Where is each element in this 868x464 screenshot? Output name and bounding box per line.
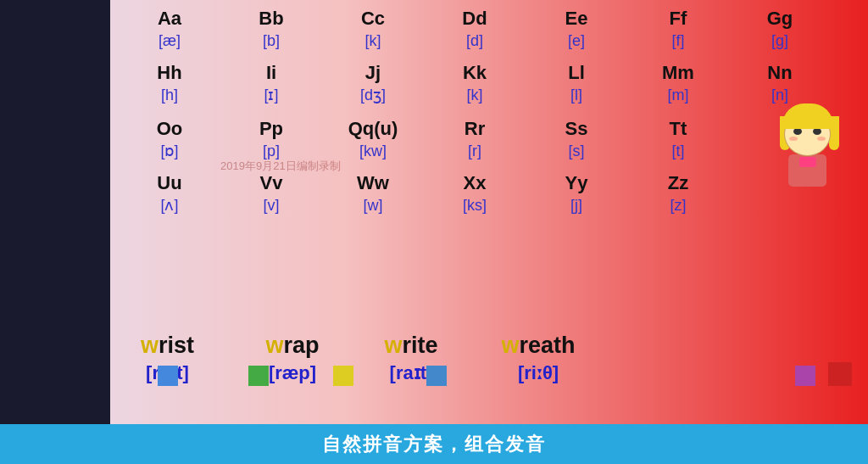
- letter-empty-2: [729, 171, 831, 196]
- word-wreath: wreath: [487, 333, 589, 359]
- word-wrap: wrap: [250, 333, 335, 359]
- letter-Cc: Cc: [322, 7, 424, 31]
- anime-hair: [782, 103, 833, 129]
- letter-Ss: Ss: [526, 117, 627, 142]
- alpha-row-4: 2019年9月21日编制录制 Uu Vv Ww Xx Yy Zz: [119, 171, 860, 219]
- word-write-w: w: [384, 333, 402, 358]
- words-section: wrist wrap write: [119, 333, 856, 386]
- letter-Aa: Aa: [119, 7, 220, 31]
- phonetic-wreath-text: [riːθ]: [518, 362, 559, 383]
- phonetic-o: [ɒ]: [119, 142, 220, 161]
- phonetic-h: [h]: [119, 86, 220, 105]
- phonetic-wrist: [rɪst]: [119, 362, 216, 384]
- word-write-rest: rite: [402, 333, 437, 358]
- phonetic-k2: [k]: [424, 86, 526, 105]
- word-wrist: wrist: [119, 333, 216, 359]
- letter-Pp: Pp: [220, 117, 322, 142]
- phonetic-wrap-text: [ræp]: [269, 362, 316, 383]
- phonetic-write-text: [raɪt]: [390, 362, 433, 383]
- anime-blush-right: [817, 137, 826, 141]
- phonetic-j: [j]: [526, 196, 627, 215]
- phonetic-u: [ʌ]: [119, 196, 220, 215]
- anime-body: [788, 154, 826, 187]
- word-wrap-rest: rap: [283, 333, 319, 358]
- letter-Uu: Uu: [119, 171, 220, 196]
- content-area: Aa Bb Cc Dd Ee Ff Gg [æ] [b] [k] [d] [e]…: [110, 0, 868, 433]
- letter-Ll: Ll: [526, 61, 627, 86]
- phonetic-w: [w]: [322, 196, 424, 215]
- letter-Xx: Xx: [424, 171, 526, 196]
- phonetic-v: [v]: [220, 196, 322, 215]
- word-wreath-text: wreath: [501, 333, 575, 358]
- phonetic-g: [g]: [729, 31, 831, 51]
- anime-eye-left: [793, 128, 802, 135]
- word-wrap-text: wrap: [265, 333, 319, 358]
- alpha-row-3: Oo Pp Qq(u) Rr Ss Tt [ɒ] [p] [kw] [r] [s…: [119, 117, 860, 165]
- anime-character: [776, 103, 843, 193]
- phonetic-e: [e]: [526, 31, 627, 51]
- letter-Rr: Rr: [424, 117, 526, 142]
- letter-Ee: Ee: [526, 7, 627, 31]
- letter-Zz: Zz: [627, 171, 729, 196]
- words-phonetics-line: [rɪst] [ræp] [raɪt] [riːθ]: [119, 362, 856, 384]
- phonetic-k: [k]: [322, 31, 424, 51]
- alpha-phonetics-row-1: [æ] [b] [k] [d] [e] [f] [g]: [119, 31, 860, 51]
- alpha-phonetics-row-2: [h] [ɪ] [dʒ] [k] [l] [m] [n]: [119, 86, 860, 105]
- letter-Mm: Mm: [627, 61, 729, 86]
- main-container: Aa Bb Cc Dd Ee Ff Gg [æ] [b] [k] [d] [e]…: [0, 0, 868, 464]
- phonetic-n: [n]: [729, 86, 831, 105]
- word-wrap-w: w: [265, 333, 283, 358]
- word-wrist-w: w: [141, 333, 159, 358]
- word-wreath-rest: reath: [519, 333, 575, 358]
- left-sidebar: [0, 0, 110, 433]
- letter-Nn: Nn: [729, 61, 831, 86]
- alpha-letters-row-2: Hh Ii Jj Kk Ll Mm Nn: [119, 61, 860, 86]
- letter-Oo: Oo: [119, 117, 220, 142]
- alpha-phonetics-row-4: [ʌ] [v] [w] [ks] [j] [z]: [119, 196, 860, 215]
- phonetic-t: [t]: [627, 142, 729, 161]
- anime-bow: [799, 157, 816, 167]
- letter-Tt: Tt: [627, 117, 729, 142]
- phonetic-wrap: [ræp]: [250, 362, 335, 384]
- bottom-bar: 自然拼音方案，组合发音: [0, 424, 868, 464]
- letter-Kk: Kk: [424, 61, 526, 86]
- phonetic-i: [ɪ]: [220, 86, 322, 105]
- letter-Ww: Ww: [322, 171, 424, 196]
- phonetic-wreath: [riːθ]: [487, 362, 589, 384]
- anime-blush-left: [789, 137, 798, 141]
- letter-Vv: Vv: [220, 171, 322, 196]
- phonetic-dz: [dʒ]: [322, 86, 424, 105]
- letter-Jj: Jj: [322, 61, 424, 86]
- letter-Qq: Qq(u): [322, 117, 424, 142]
- letter-Dd: Dd: [424, 7, 526, 31]
- bottom-bar-text: 自然拼音方案，组合发音: [322, 432, 546, 457]
- letter-Ff: Ff: [627, 7, 729, 31]
- phonetic-ae: [æ]: [119, 31, 220, 51]
- letter-Yy: Yy: [526, 171, 627, 196]
- phonetic-ks: [ks]: [424, 196, 526, 215]
- phonetic-wrist-text: [rɪst]: [146, 362, 189, 383]
- watermark: 2019年9月21日编制录制: [220, 159, 341, 174]
- phonetic-r: [r]: [424, 142, 526, 161]
- phonetic-write: [raɪt]: [369, 362, 453, 384]
- phonetic-z: [z]: [627, 196, 729, 215]
- alpha-row-1: Aa Bb Cc Dd Ee Ff Gg [æ] [b] [k] [d] [e]…: [119, 7, 860, 54]
- phonetic-m: [m]: [627, 86, 729, 105]
- letter-Bb: Bb: [220, 7, 322, 31]
- phonetic-b: [b]: [220, 31, 322, 51]
- letter-Gg: Gg: [729, 7, 831, 31]
- phonetic-f: [f]: [627, 31, 729, 51]
- alpha-letters-row-1: Aa Bb Cc Dd Ee Ff Gg: [119, 7, 860, 31]
- alpha-letters-row-4: Uu Vv Ww Xx Yy Zz: [119, 171, 860, 196]
- words-line-text: wrist wrap write: [119, 333, 856, 359]
- word-write: write: [369, 333, 453, 359]
- alpha-row-2: Hh Ii Jj Kk Ll Mm Nn [h] [ɪ] [dʒ] [k] [l…: [119, 61, 860, 109]
- word-write-text: write: [384, 333, 437, 358]
- word-wreath-w: w: [501, 333, 519, 358]
- word-wrist-text: wrist: [141, 333, 194, 358]
- anime-eye-right: [813, 128, 821, 135]
- phonetic-d: [d]: [424, 31, 526, 51]
- word-wrist-rest: rist: [159, 333, 194, 358]
- phonetic-l: [l]: [526, 86, 627, 105]
- phonetic-empty-2: [729, 196, 831, 215]
